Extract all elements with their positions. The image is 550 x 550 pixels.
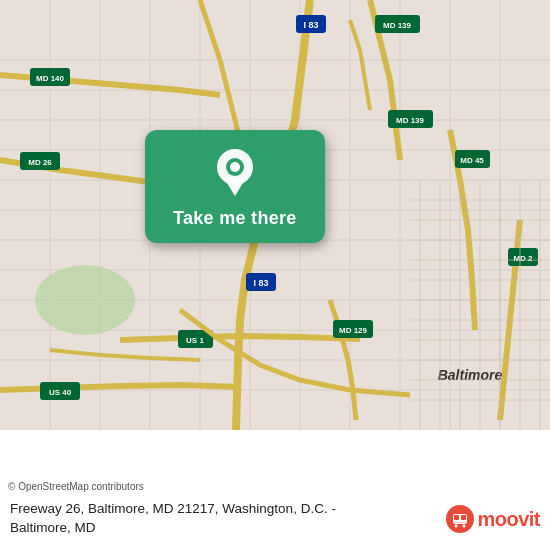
svg-text:US 1: US 1	[186, 336, 204, 345]
map-container: I 83 I 83 I 83 MD 140 MD 26 MD 26 MD 139…	[0, 0, 550, 430]
baltimore-label: Baltimore	[438, 367, 503, 383]
svg-text:MD 26: MD 26	[28, 158, 52, 167]
svg-point-76	[463, 525, 466, 528]
address-text: Freeway 26, Baltimore, MD 21217, Washing…	[10, 500, 436, 538]
svg-text:MD 139: MD 139	[383, 21, 412, 30]
moovit-bus-icon	[446, 505, 474, 533]
svg-point-75	[455, 525, 458, 528]
take-me-there-label: Take me there	[173, 208, 297, 229]
take-me-there-button[interactable]: Take me there	[145, 130, 325, 243]
svg-text:MD 45: MD 45	[460, 156, 484, 165]
osm-attribution: © OpenStreetMap contributors	[0, 477, 550, 494]
svg-text:MD 2: MD 2	[513, 254, 533, 263]
svg-point-48	[35, 265, 135, 335]
moovit-text: moovit	[477, 508, 540, 531]
moovit-logo[interactable]: moovit	[446, 505, 540, 533]
svg-text:MD 140: MD 140	[36, 74, 65, 83]
svg-text:US 40: US 40	[49, 388, 72, 397]
svg-marker-70	[224, 178, 246, 196]
svg-text:MD 129: MD 129	[339, 326, 368, 335]
svg-text:I 83: I 83	[253, 278, 268, 288]
svg-text:MD 139: MD 139	[396, 116, 425, 125]
svg-rect-74	[461, 515, 466, 520]
svg-point-69	[230, 162, 240, 172]
address-row: Freeway 26, Baltimore, MD 21217, Washing…	[0, 494, 550, 542]
i83-top-label: I 83	[303, 20, 318, 30]
svg-rect-77	[453, 522, 467, 523]
bottom-bar: © OpenStreetMap contributors Freeway 26,…	[0, 430, 550, 550]
location-pin-icon	[214, 148, 256, 200]
svg-rect-73	[454, 515, 459, 520]
